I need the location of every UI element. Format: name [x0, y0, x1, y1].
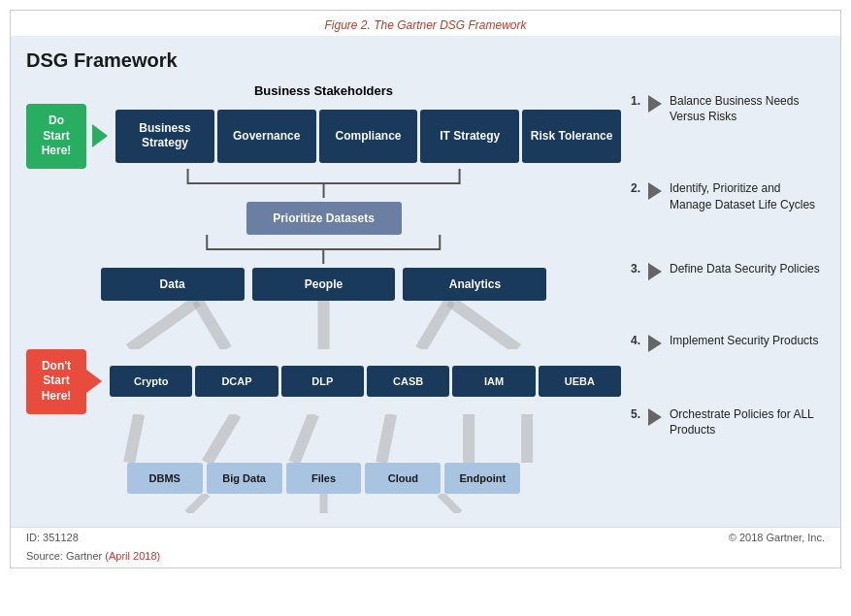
files-box: Files: [286, 463, 362, 494]
crypto-box: Crypto: [110, 366, 192, 397]
right-item-2: 2. Identify, Prioritize and Manage Datas…: [631, 180, 825, 211]
mid-boxes-row: Data People Analytics: [101, 268, 547, 301]
svg-line-7: [130, 414, 140, 463]
analytics-box: Analytics: [403, 268, 546, 301]
right-text-1: Balance Business Needs Versus Risks: [670, 93, 825, 124]
do-start-button: DoStartHere!: [26, 104, 86, 169]
right-text-5: Orchestrate Policies for ALL Products: [670, 406, 825, 438]
right-item-1: 1. Balance Business Needs Versus Risks: [631, 93, 825, 124]
left-panel: Business Stakeholders DoStartHere! Busin…: [26, 83, 621, 517]
source-link[interactable]: (April 2018): [105, 550, 160, 562]
prioritize-row: Prioritize Datasets: [26, 202, 621, 235]
right-item-4: 4. Implement Security Products: [631, 333, 825, 352]
security-row: Don'tStartHere! Crypto DCAP DLP CASB IAM…: [26, 349, 621, 414]
iam-box: IAM: [452, 366, 535, 397]
right-item-3: 3. Define Data Security Policies: [631, 261, 825, 280]
security-boxes: Crypto DCAP DLP CASB IAM UEBA: [110, 366, 621, 397]
business-strategy-box: Business Strategy: [115, 110, 214, 163]
figure-title: Figure 2. The Gartner DSG Framework: [11, 11, 840, 36]
stakeholder-boxes: Business Strategy Governance Compliance …: [115, 110, 621, 163]
footer-id: ID: 351128: [26, 532, 79, 543]
svg-line-6: [450, 301, 518, 349]
brace-down-svg: [160, 169, 487, 198]
right-panel: 1. Balance Business Needs Versus Risks 2…: [621, 93, 825, 438]
right-num-1: 1.: [631, 94, 640, 108]
footer-copyright: © 2018 Gartner, Inc.: [729, 532, 825, 543]
svg-line-13: [188, 494, 208, 513]
dcap-box: DCAP: [195, 366, 278, 397]
cloud-box: Cloud: [365, 463, 441, 494]
svg-line-15: [441, 494, 460, 513]
it-strategy-box: IT Strategy: [420, 110, 519, 163]
svg-line-2: [130, 301, 198, 349]
dbms-box: DBMS: [127, 463, 203, 494]
right-num-5: 5.: [631, 407, 640, 421]
dont-start-arrow-icon: [86, 370, 102, 393]
right-arrow-3-icon: [648, 263, 662, 280]
casb-box: CASB: [367, 366, 449, 397]
right-num-4: 4.: [631, 334, 640, 347]
diagonal-section: [26, 301, 621, 349]
bigdata-box: Big Data: [207, 463, 282, 494]
bottom-arrows-svg: [115, 494, 532, 513]
page-title: DSG Framework: [26, 49, 825, 72]
diagonal-arrows-2-svg: [41, 414, 606, 463]
svg-line-10: [382, 414, 392, 463]
governance-box: Governance: [217, 110, 316, 163]
svg-line-9: [295, 414, 314, 463]
risk-tolerance-box: Risk Tolerance: [522, 110, 621, 163]
content-area: DSG Framework Business Stakeholders DoSt…: [11, 36, 840, 527]
right-text-2: Identify, Prioritize and Manage Dataset …: [670, 180, 825, 211]
endpoint-box: Endpoint: [444, 463, 520, 494]
right-arrow-5-icon: [648, 408, 662, 426]
ueba-box: UEBA: [539, 366, 621, 397]
outer-container: Figure 2. The Gartner DSG Framework DSG …: [10, 10, 841, 568]
source-line: Source: Gartner (April 2018): [11, 547, 840, 567]
svg-line-3: [198, 301, 227, 349]
stakeholders-row: DoStartHere! Business Strategy Governanc…: [26, 104, 621, 169]
right-arrow-1-icon: [648, 95, 662, 113]
compliance-box: Compliance: [319, 110, 418, 163]
right-arrow-2-icon: [648, 182, 662, 200]
dont-start-button: Don'tStartHere!: [26, 349, 86, 414]
stakeholders-label: Business Stakeholders: [254, 83, 393, 98]
do-start-arrow-icon: [92, 124, 108, 147]
svg-line-5: [421, 301, 450, 349]
footer-area: ID: 351128 © 2018 Gartner, Inc.: [11, 527, 840, 547]
data-box: Data: [101, 268, 245, 301]
right-text-3: Define Data Security Policies: [670, 261, 820, 276]
brace-three-svg: [175, 235, 473, 264]
right-text-4: Implement Security Products: [670, 333, 818, 348]
right-num-2: 2.: [631, 181, 640, 195]
source-prefix: Source: Gartner: [26, 550, 105, 562]
right-item-5: 5. Orchestrate Policies for ALL Products: [631, 406, 825, 438]
right-arrow-4-icon: [648, 335, 662, 352]
framework-body: Business Stakeholders DoStartHere! Busin…: [26, 83, 825, 517]
diagonal-section-2: [26, 414, 621, 463]
diagonal-arrows-svg: [26, 301, 621, 349]
prioritize-box: Prioritize Datasets: [246, 202, 402, 235]
right-num-3: 3.: [631, 262, 640, 276]
bottom-boxes-row: DBMS Big Data Files Cloud Endpoint: [127, 463, 520, 494]
people-box: People: [252, 268, 396, 301]
dlp-box: DLP: [281, 366, 364, 397]
svg-line-8: [208, 414, 237, 463]
